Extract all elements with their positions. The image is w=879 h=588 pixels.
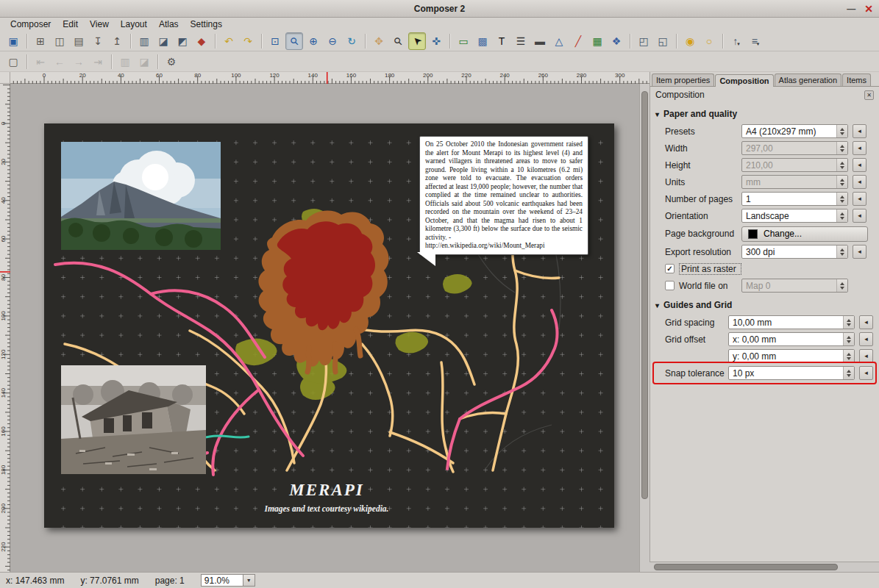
- spin-arrows-icon[interactable]: [836, 176, 847, 188]
- spin-arrows-icon[interactable]: [836, 209, 847, 222]
- menu-settings[interactable]: Settings: [185, 18, 228, 30]
- atlas-next-feature-button[interactable]: →: [70, 53, 88, 71]
- world-file-map-combo[interactable]: Map 0: [741, 279, 848, 293]
- spin-arrows-icon[interactable]: [836, 279, 847, 292]
- grid-spacing-override-button[interactable]: ◂: [859, 315, 873, 329]
- spin-arrows-icon[interactable]: [836, 245, 847, 258]
- units-override-button[interactable]: ◂: [853, 175, 866, 189]
- add-new-map-button[interactable]: ▭: [455, 32, 472, 50]
- width-spinbox[interactable]: 297,00: [741, 141, 848, 155]
- grid-offset-x-spinbox[interactable]: x: 0,00 mm: [728, 332, 855, 346]
- info-textbox[interactable]: On 25 October 2010 the Indonesian govern…: [419, 136, 588, 255]
- pan-button[interactable]: ✥: [370, 32, 388, 50]
- canvas-vertical-scrollbar[interactable]: [639, 84, 650, 572]
- spin-arrows-icon[interactable]: [843, 367, 854, 379]
- map-title-label[interactable]: MERAPI: [253, 481, 400, 500]
- volcano-photo[interactable]: [61, 142, 221, 250]
- save-project-button[interactable]: ▣: [4, 32, 22, 50]
- height-override-button[interactable]: ◂: [853, 158, 866, 172]
- close-button[interactable]: ✕: [864, 3, 873, 15]
- add-image-button[interactable]: ▩: [474, 32, 491, 50]
- add-legend-button[interactable]: ☰: [512, 32, 530, 50]
- resolution-override-button[interactable]: ◂: [853, 245, 866, 259]
- resolution-spinbox[interactable]: 300 dpi: [741, 245, 848, 259]
- menu-composer[interactable]: Composer: [4, 18, 57, 30]
- lock-selected-items-button[interactable]: ◉: [681, 32, 699, 50]
- zoom-in-button[interactable]: ⊕: [305, 32, 322, 50]
- spin-arrows-icon[interactable]: [843, 316, 854, 329]
- zoom-out-button[interactable]: ⊖: [324, 32, 341, 50]
- snap-tolerance-override-button[interactable]: ◂: [859, 366, 873, 380]
- group-items-button[interactable]: ◰: [635, 32, 652, 50]
- align-selected-items-button[interactable]: ≡▾: [747, 32, 764, 50]
- ruins-photo[interactable]: [61, 365, 206, 474]
- composer-manager-button[interactable]: ▤: [70, 32, 88, 50]
- ungroup-items-button[interactable]: ◱: [654, 32, 672, 50]
- width-override-button[interactable]: ◂: [853, 141, 866, 155]
- unlock-all-items-button[interactable]: ○: [700, 32, 718, 50]
- add-attribute-table-button[interactable]: ▦: [588, 32, 606, 50]
- menu-view[interactable]: View: [84, 18, 115, 30]
- snap-tolerance-spinbox[interactable]: 10 px: [728, 366, 855, 380]
- scrollbar-thumb[interactable]: [641, 91, 648, 499]
- save-as-template-button[interactable]: ↥: [108, 32, 126, 50]
- zoom-tool-button[interactable]: ⚲: [389, 32, 407, 50]
- world-file-checkbox[interactable]: [665, 281, 675, 290]
- zoom-100-button[interactable]: ⚲: [285, 32, 303, 50]
- paper-quality-section-header[interactable]: ▾ Paper and quality: [650, 103, 879, 123]
- grid-offset-x-override-button[interactable]: ◂: [859, 332, 873, 346]
- raise-selected-items-button[interactable]: ↑▾: [727, 32, 745, 50]
- composer-canvas[interactable]: On 25 October 2010 the Indonesian govern…: [10, 84, 639, 572]
- grid-offset-y-spinbox[interactable]: y: 0,00 mm: [728, 349, 855, 363]
- spin-arrows-icon[interactable]: [843, 350, 854, 362]
- panel-close-icon[interactable]: ✕: [864, 90, 874, 100]
- atlas-first-feature-button[interactable]: ⇤: [32, 53, 49, 71]
- refresh-view-button[interactable]: ↻: [343, 32, 360, 50]
- atlas-previous-feature-button[interactable]: ←: [51, 53, 68, 71]
- orientation-combo[interactable]: Landscape: [741, 209, 848, 223]
- zoom-full-button[interactable]: ⊡: [266, 32, 284, 50]
- tab-item-properties[interactable]: Item properties: [652, 74, 714, 86]
- units-combo[interactable]: mm: [741, 175, 848, 189]
- change-background-button[interactable]: Change...: [741, 226, 868, 242]
- map-subtitle-label[interactable]: Images and text courtesy wikipedia.: [238, 504, 415, 513]
- pages-spinbox[interactable]: 1: [741, 192, 848, 206]
- guides-grid-section-header[interactable]: ▾ Guides and Grid: [650, 294, 879, 314]
- grid-offset-y-override-button[interactable]: ◂: [859, 349, 873, 363]
- add-shape-button[interactable]: △: [550, 32, 568, 50]
- spin-arrows-icon[interactable]: [836, 142, 847, 154]
- presets-combo[interactable]: A4 (210x297 mm): [741, 124, 848, 138]
- zoom-dropdown-icon[interactable]: ▼: [243, 574, 255, 587]
- spin-arrows-icon[interactable]: [843, 333, 854, 345]
- new-composer-button[interactable]: ⊞: [32, 32, 49, 50]
- menu-atlas[interactable]: Atlas: [153, 18, 185, 30]
- print-composition-button[interactable]: ▥: [135, 32, 153, 50]
- add-label-button[interactable]: T: [493, 32, 510, 50]
- composition-page[interactable]: On 25 October 2010 the Indonesian govern…: [44, 123, 614, 528]
- minimize-button[interactable]: —: [847, 4, 855, 14]
- print-as-raster-checkbox[interactable]: ✓: [665, 264, 675, 273]
- orientation-override-button[interactable]: ◂: [853, 209, 866, 223]
- spin-arrows-icon[interactable]: [836, 159, 847, 171]
- menu-edit[interactable]: Edit: [57, 18, 84, 30]
- panel-horizontal-scrollbar[interactable]: [650, 562, 879, 572]
- export-as-pdf-button[interactable]: ◆: [193, 32, 210, 50]
- print-atlas-button[interactable]: ▥: [116, 53, 134, 71]
- duplicate-composer-button[interactable]: ◫: [51, 32, 68, 50]
- move-item-content-button[interactable]: ✜: [427, 32, 445, 50]
- menu-layout[interactable]: Layout: [115, 18, 153, 30]
- export-as-image-button[interactable]: ◪: [154, 32, 172, 50]
- spin-arrows-icon[interactable]: [836, 125, 847, 137]
- export-as-svg-button[interactable]: ◩: [174, 32, 191, 50]
- export-atlas-button[interactable]: ◪: [135, 53, 153, 71]
- add-scalebar-button[interactable]: ▬: [531, 32, 549, 50]
- add-arrow-button[interactable]: ╱: [569, 32, 587, 50]
- undo-button[interactable]: ↶: [220, 32, 238, 50]
- presets-override-button[interactable]: ◂: [853, 124, 866, 138]
- select-move-item-button[interactable]: ➤: [408, 32, 426, 50]
- redo-button[interactable]: ↷: [239, 32, 257, 50]
- scrollbar-thumb[interactable]: [654, 564, 838, 570]
- add-html-frame-button[interactable]: ❖: [608, 32, 625, 50]
- atlas-settings-button[interactable]: ⚙: [163, 53, 180, 71]
- tab-composition[interactable]: Composition: [715, 74, 773, 87]
